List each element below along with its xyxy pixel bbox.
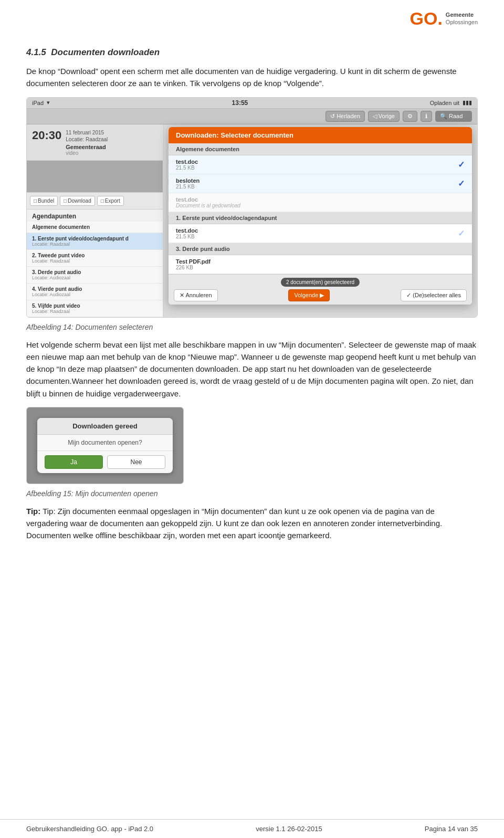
modal-doc-test2: test.doc Document is al gedownload bbox=[169, 193, 472, 212]
bundel-button[interactable]: □ Bundel bbox=[30, 196, 58, 206]
volgende-button[interactable]: Volgende ▶ bbox=[288, 289, 330, 301]
modal-section3-label: 3. Derde punt audio bbox=[169, 243, 472, 255]
annuleren-button[interactable]: ✕ Annuleren bbox=[174, 289, 218, 301]
download-dialog-box: Downloaden gereed Mijn documenten openen… bbox=[37, 418, 173, 473]
logo-company-text: Gemeente Oplossingen bbox=[446, 11, 478, 26]
logo-company-line1: Gemeente bbox=[446, 11, 478, 18]
sidebar-item-algemene-title: Algemene documenten bbox=[32, 224, 158, 230]
statusbar-center: 13:55 bbox=[232, 99, 248, 107]
modal-section2-label: 1. Eerste punt video/doc/agendapunt bbox=[169, 212, 472, 224]
checkmark-besloten: ✓ bbox=[458, 179, 465, 188]
doc-info-testpdf: Test PDF.pdf 226 KB bbox=[176, 258, 211, 270]
section-heading: 4.1.5 Documenten downloaden bbox=[26, 47, 478, 58]
event-location: Locatie: Raadzaal bbox=[66, 137, 108, 142]
modal-section1-label: Algemene documenten bbox=[169, 143, 472, 155]
doc-info-besloten: besloten 21.5 KB bbox=[176, 177, 200, 190]
doc-info-test1: test.doc 21.5 KB bbox=[176, 159, 198, 171]
tip-paragraph: Tip: Tip: Zijn documenten eenmaal opgesl… bbox=[26, 505, 478, 542]
sidebar-item-tweede-sub: Locatie: Raadzaal bbox=[32, 258, 158, 264]
doc-note-test2: Document is al gedownload bbox=[176, 203, 240, 208]
page-footer: Gebruikershandleiding GO. app - iPad 2.0… bbox=[0, 819, 504, 838]
nav-vorige-label: Vorige bbox=[379, 113, 395, 119]
export-button[interactable]: □ Export bbox=[97, 196, 124, 206]
doc-name-test2: test.doc bbox=[176, 196, 240, 203]
logo-go: GO. bbox=[410, 9, 443, 27]
sidebar-item-tweede-title: 2. Tweede punt video bbox=[32, 253, 158, 258]
download-dialog-buttons: Ja Nee bbox=[37, 451, 173, 473]
doc-size-test1: 21.5 KB bbox=[176, 165, 198, 171]
sidebar-item-tweede[interactable]: 2. Tweede punt video Locatie: Raadzaal bbox=[27, 250, 163, 267]
download-label: Download bbox=[68, 198, 91, 204]
statusbar-left: iPad ▾ bbox=[32, 99, 50, 106]
checkmark-test1: ✓ bbox=[458, 160, 465, 170]
sidebar-item-eerste-title: 1. Eerste punt video/doc/agendapunt d bbox=[32, 236, 158, 242]
bundel-icon: □ bbox=[34, 198, 37, 204]
nav-info-button[interactable]: ℹ bbox=[421, 111, 432, 122]
statusbar-right-text: Opladen uit bbox=[430, 100, 459, 106]
footer-right: Pagina 14 van 35 bbox=[425, 825, 478, 833]
caption1: Afbeelding 14: Documenten selecteren bbox=[26, 323, 478, 331]
section-title: Documenten downloaden bbox=[51, 47, 160, 57]
section-number: 4.1.5 bbox=[26, 47, 46, 57]
sidebar-item-derde[interactable]: 3. Derde punt audio Locatie: Audiozaal bbox=[27, 267, 163, 284]
deselecteer-button[interactable]: ✓ (De)selecteer alles bbox=[401, 289, 467, 301]
modal-doc-besloten[interactable]: besloten 21.5 KB ✓ bbox=[169, 174, 472, 193]
left-sidebar: 20:30 11 februari 2015 Locatie: Raadzaal… bbox=[27, 124, 163, 317]
logo-go-text: GO. bbox=[410, 9, 443, 27]
sidebar-section-title: Agendapunten bbox=[27, 210, 163, 222]
modal-footer-buttons: ✕ Annuleren Volgende ▶ ✓ (De)selecteer a… bbox=[174, 289, 467, 301]
logo-company-line2: Oplossingen bbox=[446, 19, 478, 25]
event-time: 20:30 bbox=[32, 129, 61, 142]
export-label: Export bbox=[105, 198, 120, 204]
doc-name-test3: test.doc bbox=[176, 227, 198, 234]
sidebar-item-vierde-title: 4. Vierde punt audio bbox=[32, 286, 158, 292]
sidebar-item-algemene[interactable]: Algemene documenten bbox=[27, 222, 163, 233]
event-date: 11 februari 2015 bbox=[66, 130, 108, 135]
nav-herladen-button[interactable]: ↺ Herladen bbox=[326, 111, 365, 122]
ipad-statusbar: iPad ▾ 13:55 Opladen uit ▮▮▮ bbox=[27, 98, 477, 109]
modal-doc-test1[interactable]: test.doc 21.5 KB ✓ bbox=[169, 155, 472, 174]
nav-raad-button[interactable]: 🔍 Raad bbox=[435, 111, 472, 122]
logo-area: GO. Gemeente Oplossingen bbox=[410, 9, 478, 27]
download-dialog-body: Mijn documenten openen? bbox=[37, 435, 173, 451]
event-title: Gemeenteraad bbox=[66, 144, 108, 150]
ipad-navbar: ↺ Herladen ◁ Vorige ⚙ ℹ 🔍 Raad bbox=[27, 109, 477, 124]
body-paragraph: Het volgende scherm bevat een lijst met … bbox=[26, 339, 478, 400]
screenshot1-frame: iPad ▾ 13:55 Opladen uit ▮▮▮ ↺ Herladen … bbox=[26, 97, 478, 318]
statusbar-right: Opladen uit ▮▮▮ bbox=[430, 99, 472, 106]
modal-doc-testpdf[interactable]: Test PDF.pdf 226 KB bbox=[169, 255, 472, 274]
nav-vorige-button[interactable]: ◁ Vorige bbox=[368, 111, 400, 122]
sidebar-item-vijfde[interactable]: 5. Vijfde punt video Locatie: Raadzaal bbox=[27, 300, 163, 317]
download-button[interactable]: □ Download bbox=[60, 196, 95, 206]
sidebar-item-vierde[interactable]: 4. Vierde punt audio Locatie: Audiozaal bbox=[27, 284, 163, 300]
sidebar-item-eerste-sub: Locatie: Raadzaal bbox=[32, 242, 158, 247]
ja-button[interactable]: Ja bbox=[45, 455, 103, 469]
doc-size-test3: 21.5 KB bbox=[176, 234, 198, 239]
nee-button[interactable]: Nee bbox=[107, 455, 165, 469]
nav-settings-button[interactable]: ⚙ bbox=[403, 111, 417, 122]
tip-label: Tip: bbox=[26, 507, 40, 516]
doc-name-besloten: besloten bbox=[176, 177, 200, 184]
sidebar-item-vijfde-title: 5. Vijfde punt video bbox=[32, 303, 158, 309]
sidebar-item-vijfde-sub: Locatie: Raadzaal bbox=[32, 309, 158, 314]
wifi-icon: ▾ bbox=[47, 99, 50, 106]
battery-icon: ▮▮▮ bbox=[463, 99, 472, 106]
event-header: 20:30 11 februari 2015 Locatie: Raadzaal… bbox=[27, 124, 163, 161]
footer-left: Gebruikershandleiding GO. app - iPad 2.0 bbox=[26, 825, 153, 833]
caption2: Afbeelding 15: Mijn documenten openen bbox=[26, 489, 478, 498]
doc-name-testpdf: Test PDF.pdf bbox=[176, 258, 211, 265]
sidebar-item-eerste[interactable]: 1. Eerste punt video/doc/agendapunt d Lo… bbox=[27, 233, 163, 250]
download-icon: □ bbox=[64, 198, 67, 204]
modal-footer: 2 document(en) geselecteerd ✕ Annuleren … bbox=[169, 274, 472, 305]
modal-doc-test3[interactable]: test.doc 21.5 KB ✓ bbox=[169, 224, 472, 243]
statusbar-ipad-label: iPad bbox=[32, 100, 44, 106]
sidebar-item-derde-title: 3. Derde punt audio bbox=[32, 269, 158, 275]
export-icon: □ bbox=[101, 198, 104, 204]
doc-size-besloten: 21.5 KB bbox=[176, 184, 200, 190]
ipad-main-content: 20:30 11 februari 2015 Locatie: Raadzaal… bbox=[27, 124, 477, 317]
modal-header: Downloaden: Selecteer documenten bbox=[169, 127, 472, 143]
checkmark-test3: ✓ bbox=[458, 228, 465, 238]
doc-size-testpdf: 226 KB bbox=[176, 265, 211, 270]
doc-info-test3: test.doc 21.5 KB bbox=[176, 227, 198, 239]
sidebar-video-area bbox=[27, 161, 163, 192]
